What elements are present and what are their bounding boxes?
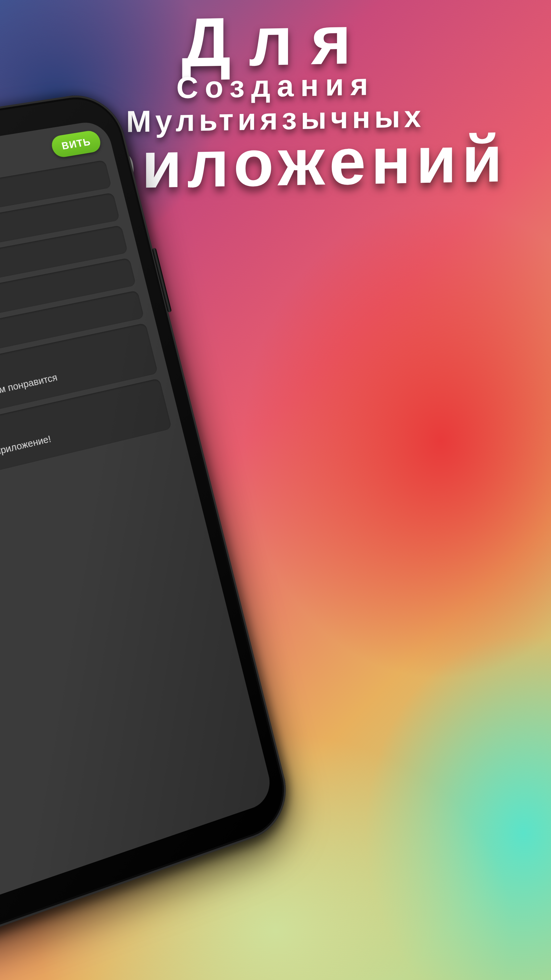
headline-line-1: Для [0, 5, 551, 77]
add-button[interactable]: вить [50, 129, 103, 159]
phone-mockup: вить Привет! ь ты можешь: давать strings… [0, 69, 313, 932]
